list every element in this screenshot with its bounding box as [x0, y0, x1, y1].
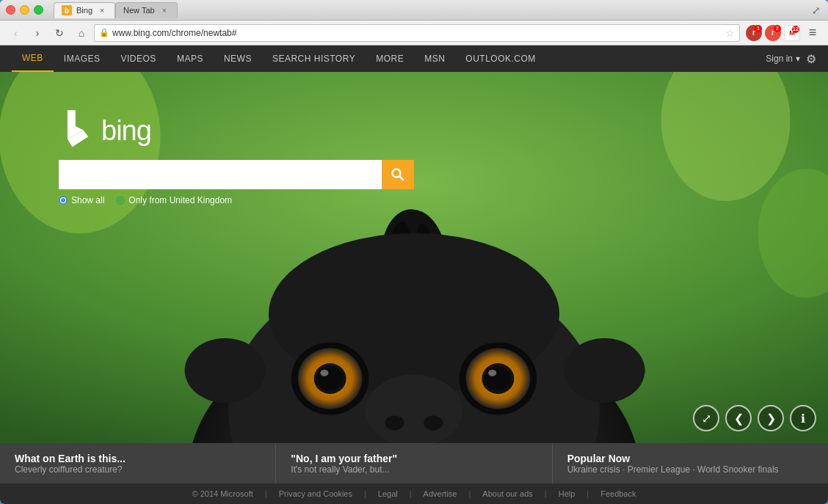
radio-show-all-indicator [59, 196, 68, 205]
hero-section: bing Show all Only from Unit [0, 72, 828, 443]
footer-link-feedback[interactable]: Feedback [600, 489, 636, 498]
footer-link-advertise[interactable]: Advertise [424, 489, 457, 498]
toolbar: ‹ › ↻ ⌂ 🔒 ☆ r 1 r 2 M 12 ≡ [0, 21, 828, 45]
prev-image-button[interactable]: ❮ [725, 405, 752, 431]
image-controls: ⤢ ❮ ❯ ℹ [693, 405, 816, 431]
footer-sep-2: | [364, 489, 366, 498]
svg-point-15 [317, 367, 343, 391]
sign-in-arrow: ▾ [796, 54, 800, 64]
nav-item-search-history[interactable]: SEARCH HISTORY [262, 45, 366, 72]
window-resize-button[interactable]: ⤢ [810, 4, 822, 16]
bing-logo: bing [59, 109, 151, 153]
address-input[interactable] [112, 28, 722, 38]
search-options: Show all Only from United Kingdom [59, 195, 232, 205]
svg-point-10 [564, 338, 645, 403]
address-lock-icon: 🔒 [99, 28, 109, 37]
sign-in-button[interactable]: Sign in ▾ [766, 54, 800, 64]
search-button[interactable] [382, 160, 414, 189]
settings-icon[interactable]: ⚙ [806, 52, 816, 66]
back-button[interactable]: ‹ [6, 23, 25, 43]
tab-new-tab-close[interactable]: × [159, 5, 170, 15]
svg-point-24 [424, 416, 443, 431]
info-title-3: Popular Now [567, 453, 813, 464]
info-section-2[interactable]: "No, I am your father" It's not really V… [276, 443, 552, 483]
svg-point-9 [185, 338, 266, 403]
info-button[interactable]: ℹ [790, 405, 816, 431]
info-section-3[interactable]: Popular Now Ukraine crisis · Premier Lea… [553, 443, 828, 483]
tab-bing-close[interactable]: × [97, 5, 107, 15]
radio-uk-label: Only from United Kingdom [128, 195, 232, 205]
address-bar[interactable]: 🔒 ☆ [94, 24, 740, 42]
forward-button[interactable]: › [28, 23, 47, 43]
toolbar-icons: r 1 r 2 M 12 ≡ [746, 23, 822, 43]
svg-point-23 [385, 416, 404, 431]
bing-navigation: WEB IMAGES VIDEOS MAPS NEWS SEARCH HISTO… [0, 45, 828, 72]
footer: © 2014 Microsoft | Privacy and Cookies |… [0, 483, 828, 504]
extension-badge-1: 1 [755, 25, 762, 32]
radio-show-all[interactable]: Show all [59, 195, 104, 205]
nav-item-images[interactable]: IMAGES [54, 45, 111, 72]
nav-item-msn[interactable]: MSN [414, 45, 455, 72]
info-bar: What on Earth is this... Cleverly coiffu… [0, 443, 828, 483]
maximize-button[interactable] [34, 5, 43, 15]
info-subtitle-3: Ukraine crisis · Premier League · World … [567, 464, 813, 475]
svg-point-25 [393, 169, 401, 178]
radio-show-all-label: Show all [71, 195, 104, 205]
bing-nav-right: Sign in ▾ ⚙ [766, 52, 816, 66]
search-area: bing Show all Only from Unit [0, 109, 828, 205]
footer-sep-3: | [410, 489, 412, 498]
info-section-1[interactable]: What on Earth is this... Cleverly coiffu… [0, 443, 276, 483]
info-subtitle-2: It's not really Vader, but... [291, 464, 537, 475]
chrome-menu-button[interactable]: ≡ [803, 23, 822, 43]
title-bar: b Bing × New Tab × ⤢ [0, 0, 828, 21]
footer-link-help[interactable]: Help [559, 489, 575, 498]
footer-sep-6: | [586, 489, 589, 498]
footer-sep-4: | [468, 489, 471, 498]
radio-uk-indicator [116, 196, 125, 205]
tab-bing-label: Bing [76, 6, 92, 15]
traffic-lights [6, 5, 43, 15]
sign-in-label: Sign in [766, 54, 793, 64]
window-controls: ⤢ [810, 4, 822, 16]
footer-sep-1: | [265, 489, 267, 498]
browser-frame: b Bing × New Tab × ⤢ ‹ › ↻ ⌂ 🔒 ☆ r 1 [0, 0, 828, 504]
tab-new-tab[interactable]: New Tab × [115, 2, 178, 18]
bing-wordmark: bing [101, 115, 151, 147]
svg-line-26 [399, 176, 404, 180]
nav-item-web[interactable]: WEB [12, 45, 54, 72]
nav-item-news[interactable]: NEWS [214, 45, 262, 72]
close-button[interactable] [6, 5, 15, 15]
tab-bing[interactable]: b Bing × [54, 2, 115, 18]
tabs-bar: b Bing × New Tab × [48, 2, 806, 18]
svg-point-21 [488, 370, 496, 376]
nav-item-outlook[interactable]: OUTLOOK.COM [455, 45, 546, 72]
bing-favicon: b [62, 5, 72, 15]
nav-item-more[interactable]: MORE [366, 45, 414, 72]
home-button[interactable]: ⌂ [72, 23, 91, 43]
reload-button[interactable]: ↻ [50, 23, 69, 43]
footer-link-about-ads[interactable]: About our ads [482, 489, 533, 498]
bing-nav-items: WEB IMAGES VIDEOS MAPS NEWS SEARCH HISTO… [12, 45, 766, 72]
nav-item-videos[interactable]: VIDEOS [111, 45, 167, 72]
info-title-2: "No, I am your father" [291, 453, 537, 464]
address-star-icon[interactable]: ☆ [725, 27, 735, 39]
gmail-icon[interactable]: M 12 [784, 25, 800, 41]
fullscreen-button[interactable]: ⤢ [693, 405, 719, 431]
footer-link-privacy[interactable]: Privacy and Cookies [279, 489, 352, 498]
nav-item-maps[interactable]: MAPS [167, 45, 214, 72]
gmail-badge: 12 [792, 26, 799, 33]
info-title-1: What on Earth is this... [15, 453, 261, 464]
footer-copyright: © 2014 Microsoft [192, 489, 253, 498]
search-box [59, 160, 414, 189]
extension-badge-2: 2 [774, 25, 781, 32]
extension-icon-2[interactable]: r 2 [765, 25, 781, 41]
search-input[interactable] [59, 160, 382, 189]
next-image-button[interactable]: ❯ [758, 405, 784, 431]
extension-icon-1[interactable]: r 1 [746, 25, 762, 41]
bing-logo-symbol [59, 109, 95, 153]
footer-link-legal[interactable]: Legal [378, 489, 398, 498]
minimize-button[interactable] [20, 5, 29, 15]
svg-point-16 [320, 370, 328, 376]
footer-sep-5: | [545, 489, 547, 498]
radio-uk-only[interactable]: Only from United Kingdom [116, 195, 232, 205]
